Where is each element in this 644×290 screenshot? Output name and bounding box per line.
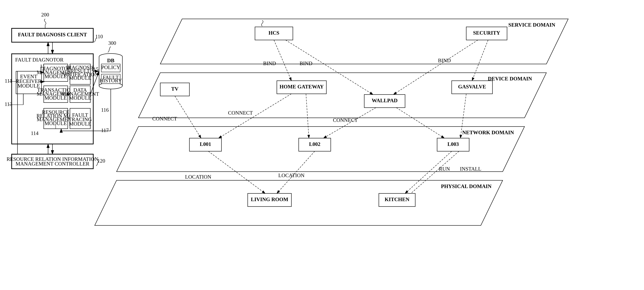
main-diagram: 200 FAULT DIAGNOSIS CLIENT 110 FAULT DIA… (0, 0, 644, 290)
service-domain-label: SERVICE DOMAIN (508, 22, 555, 28)
policy-label: POLICY (101, 64, 120, 70)
rrimc-line2: MANAGEMENT CONTROLLER (16, 161, 89, 167)
label-120: 120 (97, 158, 105, 164)
l001-label: L001 (200, 141, 211, 147)
l001-to-living-arrow (208, 151, 265, 193)
gasvalve-label: GASVALVE (458, 84, 486, 90)
l003-label: L003 (448, 141, 459, 147)
wallpad-to-l003-arrow (396, 108, 444, 138)
hcs-label: HCS (268, 30, 279, 36)
tv-to-l001-arrow (175, 96, 201, 138)
label-116: 116 (101, 107, 109, 113)
gateway-to-l001-arrow (218, 94, 292, 138)
bind-label-2: BIND (300, 60, 312, 66)
connect-label-1: CONNECT (152, 116, 177, 122)
security-to-gasvalve-arrow (472, 40, 488, 81)
hcs-squiggle (262, 20, 263, 26)
location-label-1: LOCATION (185, 174, 211, 180)
label-111: 111 (5, 78, 12, 84)
db-label: DB (107, 58, 114, 63)
device-domain-label: DEVICE DOMAIN (488, 76, 532, 82)
label-110: 110 (95, 34, 103, 39)
connect-label-3: CONNECT (333, 117, 358, 123)
fault-tracing-line3: MODULE (69, 121, 91, 127)
physical-domain-label: PHYSICAL DOMAIN (441, 183, 492, 189)
label-200: 200 (41, 12, 49, 18)
living-room-label: LIVING ROOM (251, 196, 288, 202)
l002-to-living-arrow (277, 151, 315, 193)
location-label-2: LOCATION (278, 172, 304, 178)
label-113: 113 (5, 101, 12, 107)
service-domain-layer (160, 19, 568, 64)
label-300: 300 (108, 40, 116, 46)
connect-label-2: CONNECT (228, 110, 253, 116)
wallpad-label: WALLPAD (372, 98, 398, 103)
fault-history-line2: HISTORY (100, 78, 122, 83)
bind-label-1: BIND (263, 60, 276, 66)
hcs-to-gateway-arrow (274, 40, 292, 81)
data-mgmt-line3: MODULE (69, 95, 91, 101)
network-domain-label: NETWORK DOMAIN (462, 130, 514, 136)
install-label: INSTALL (460, 166, 481, 172)
security-label: SECURITY (473, 30, 500, 36)
run-label: RUN (439, 166, 450, 172)
device-domain-layer (138, 73, 546, 118)
tv-label: TV (171, 86, 178, 92)
fault-diagnosis-client-label: FAULT DIAGNOSIS CLIENT (18, 32, 87, 37)
label-117: 117 (101, 127, 109, 133)
l002-label: L002 (309, 141, 320, 147)
kitchen-label: KITCHEN (385, 196, 410, 202)
gateway-to-l002-arrow (306, 94, 309, 138)
label-114: 114 (31, 130, 38, 136)
home-gateway-label: HOME GATEWAY (280, 84, 324, 90)
diagnosis-result-line4: MODULE (69, 75, 91, 81)
event-receiver-line3: MODULE (18, 83, 40, 89)
bind-label-3: BIND (438, 58, 451, 63)
fault-diagnotor-label: FAULT DIAGNOTOR (15, 57, 64, 63)
